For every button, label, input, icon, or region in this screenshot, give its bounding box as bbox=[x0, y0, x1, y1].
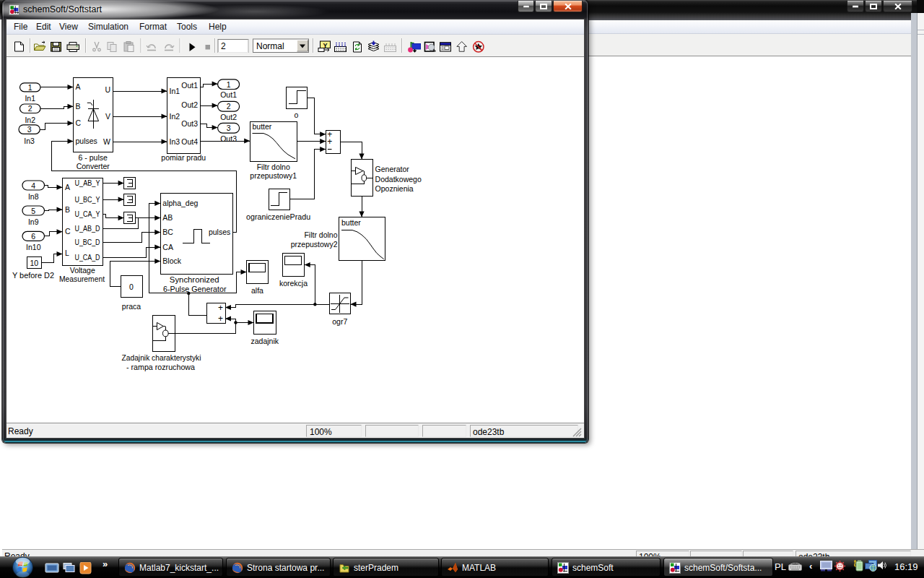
svg-text:o: o bbox=[295, 111, 299, 119]
svg-text:A: A bbox=[76, 82, 81, 91]
svg-text:U_CA_Y: U_CA_Y bbox=[75, 210, 100, 218]
svg-text:praca: praca bbox=[122, 302, 141, 311]
svg-text:BC: BC bbox=[162, 228, 173, 236]
svg-text:A: A bbox=[65, 183, 70, 191]
svg-text:Filtr dolno: Filtr dolno bbox=[257, 163, 290, 171]
svg-text:- rampa rozruchowa: - rampa rozruchowa bbox=[126, 363, 195, 371]
svg-text:Generator: Generator bbox=[375, 165, 410, 173]
svg-text:pulses: pulses bbox=[76, 137, 97, 145]
svg-text:3: 3 bbox=[227, 124, 231, 132]
svg-text:ogr7: ogr7 bbox=[332, 317, 347, 326]
svg-text:Voltage: Voltage bbox=[70, 266, 95, 275]
svg-text:Zadajnik charakterystyki: Zadajnik charakterystyki bbox=[122, 353, 201, 362]
svg-text:5: 5 bbox=[31, 207, 35, 215]
svg-text:2: 2 bbox=[227, 102, 231, 111]
svg-text:C: C bbox=[65, 227, 71, 236]
svg-text:korekcja: korekcja bbox=[279, 279, 308, 288]
svg-text:In1: In1 bbox=[170, 87, 180, 95]
svg-text:10: 10 bbox=[30, 259, 38, 267]
svg-text:6-Pulse Generator: 6-Pulse Generator bbox=[163, 285, 227, 293]
svg-text:Converter: Converter bbox=[77, 162, 110, 171]
svg-text:In2: In2 bbox=[25, 116, 35, 124]
svg-text:zadajnik: zadajnik bbox=[250, 337, 279, 345]
svg-text:AB: AB bbox=[162, 213, 173, 222]
svg-text:2: 2 bbox=[28, 104, 32, 113]
svg-text:przepustowy2: przepustowy2 bbox=[291, 240, 338, 249]
svg-text:alpha_deg: alpha_deg bbox=[162, 199, 198, 207]
svg-text:CA: CA bbox=[162, 243, 173, 251]
svg-text:W: W bbox=[103, 137, 110, 146]
svg-text:Out4: Out4 bbox=[181, 137, 198, 146]
svg-text:1: 1 bbox=[227, 80, 231, 89]
svg-text:Opoznienia: Opoznienia bbox=[375, 184, 414, 193]
svg-text:Y before D2: Y before D2 bbox=[12, 271, 54, 280]
svg-text:pomiar pradu: pomiar pradu bbox=[161, 153, 206, 162]
svg-text:U: U bbox=[105, 85, 110, 94]
svg-text:Dodatkowego: Dodatkowego bbox=[375, 175, 422, 184]
svg-text:+: + bbox=[218, 303, 223, 313]
svg-text:butter: butter bbox=[253, 122, 272, 131]
svg-text:Out1: Out1 bbox=[220, 90, 237, 99]
svg-text:Out1: Out1 bbox=[181, 81, 198, 90]
svg-text:In9: In9 bbox=[28, 217, 39, 226]
svg-text:V: V bbox=[105, 112, 110, 121]
svg-text:In3: In3 bbox=[170, 137, 180, 146]
svg-text:Out3: Out3 bbox=[220, 134, 237, 143]
svg-text:C: C bbox=[76, 118, 82, 127]
svg-text:alfa: alfa bbox=[251, 286, 263, 295]
svg-text:3: 3 bbox=[27, 125, 32, 134]
svg-text:Measurement: Measurement bbox=[59, 275, 105, 283]
svg-text:B: B bbox=[76, 102, 81, 111]
svg-text:przepustowy1: przepustowy1 bbox=[250, 171, 297, 180]
svg-text:+: + bbox=[327, 137, 332, 147]
svg-text:B: B bbox=[65, 205, 70, 214]
svg-text:Out2: Out2 bbox=[220, 113, 237, 121]
svg-text:In3: In3 bbox=[24, 137, 35, 145]
svg-text:6: 6 bbox=[31, 232, 35, 241]
svg-text:2: 2 bbox=[221, 41, 226, 51]
svg-text:Out2: Out2 bbox=[181, 100, 198, 109]
svg-text:In2: In2 bbox=[170, 112, 180, 121]
svg-text:U_AB_D: U_AB_D bbox=[75, 224, 100, 233]
svg-text:U_CA_D: U_CA_D bbox=[75, 253, 100, 262]
svg-text:butter: butter bbox=[341, 218, 361, 227]
svg-text:L: L bbox=[65, 249, 69, 257]
svg-text:Filtr dolno: Filtr dolno bbox=[304, 230, 337, 239]
svg-text:+: + bbox=[218, 314, 223, 324]
svg-text:Normal: Normal bbox=[256, 41, 284, 51]
svg-text:In1: In1 bbox=[25, 94, 35, 103]
svg-text:Block: Block bbox=[162, 256, 181, 265]
svg-text:pulses: pulses bbox=[209, 228, 230, 236]
svg-text:4: 4 bbox=[31, 181, 35, 190]
svg-text:Synchronized: Synchronized bbox=[170, 275, 219, 284]
svg-text:In10: In10 bbox=[26, 243, 41, 251]
svg-text:U_BC_Y: U_BC_Y bbox=[75, 195, 100, 204]
svg-text:In8: In8 bbox=[28, 192, 39, 201]
svg-text:Out3: Out3 bbox=[181, 119, 198, 128]
svg-text:6 - pulse: 6 - pulse bbox=[79, 153, 108, 162]
svg-text:U_BC_D: U_BC_D bbox=[75, 238, 100, 246]
svg-text:ograniczeniePradu: ograniczeniePradu bbox=[246, 212, 310, 221]
svg-text:0: 0 bbox=[129, 282, 134, 291]
svg-text:U_AB_Y: U_AB_Y bbox=[75, 178, 100, 187]
svg-text:1: 1 bbox=[28, 83, 32, 92]
